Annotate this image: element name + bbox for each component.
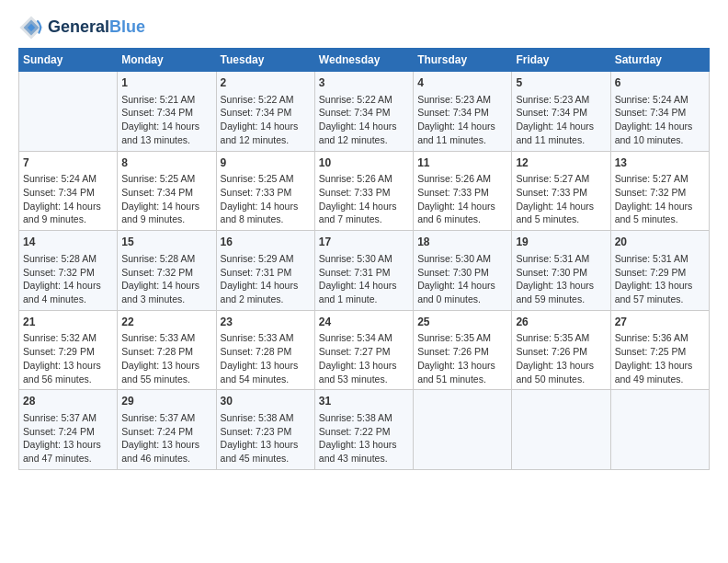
- day-cell: 25Sunrise: 5:35 AMSunset: 7:26 PMDayligh…: [414, 310, 512, 390]
- day-cell: 8Sunrise: 5:25 AMSunset: 7:34 PMDaylight…: [118, 151, 216, 231]
- day-cell: 2Sunrise: 5:22 AMSunset: 7:34 PMDaylight…: [216, 72, 314, 152]
- day-info: Sunrise: 5:33 AMSunset: 7:28 PMDaylight:…: [221, 331, 311, 385]
- col-header-monday: Monday: [118, 49, 216, 72]
- day-info: Sunrise: 5:23 AMSunset: 7:34 PMDaylight:…: [417, 93, 507, 147]
- date-number: 30: [221, 394, 311, 409]
- day-info: Sunrise: 5:23 AMSunset: 7:34 PMDaylight:…: [516, 93, 606, 147]
- header: GeneralBlue: [18, 15, 710, 40]
- col-header-thursday: Thursday: [414, 49, 512, 72]
- day-cell: [512, 390, 610, 470]
- day-info: Sunrise: 5:26 AMSunset: 7:33 PMDaylight:…: [319, 172, 409, 226]
- day-info: Sunrise: 5:32 AMSunset: 7:29 PMDaylight:…: [23, 331, 113, 385]
- logo-icon: [18, 15, 44, 40]
- col-header-wednesday: Wednesday: [314, 49, 413, 72]
- date-number: 16: [221, 235, 311, 250]
- week-row-1: 1Sunrise: 5:21 AMSunset: 7:34 PMDaylight…: [19, 72, 710, 152]
- date-number: 10: [319, 155, 409, 171]
- date-number: 29: [121, 394, 211, 409]
- date-number: 3: [319, 75, 409, 91]
- day-cell: 14Sunrise: 5:28 AMSunset: 7:32 PMDayligh…: [19, 231, 118, 311]
- day-info: Sunrise: 5:22 AMSunset: 7:34 PMDaylight:…: [221, 93, 311, 147]
- day-cell: 5Sunrise: 5:23 AMSunset: 7:34 PMDaylight…: [512, 72, 610, 152]
- date-number: 7: [23, 155, 113, 171]
- date-number: 21: [23, 315, 113, 330]
- week-row-4: 21Sunrise: 5:32 AMSunset: 7:29 PMDayligh…: [19, 310, 710, 390]
- day-cell: 17Sunrise: 5:30 AMSunset: 7:31 PMDayligh…: [314, 231, 413, 311]
- day-info: Sunrise: 5:38 AMSunset: 7:22 PMDaylight:…: [319, 411, 409, 465]
- date-number: 8: [121, 155, 211, 171]
- day-info: Sunrise: 5:27 AMSunset: 7:32 PMDaylight:…: [615, 172, 705, 226]
- date-number: 5: [516, 75, 606, 91]
- day-info: Sunrise: 5:25 AMSunset: 7:34 PMDaylight:…: [121, 172, 211, 226]
- day-info: Sunrise: 5:24 AMSunset: 7:34 PMDaylight:…: [615, 93, 705, 147]
- day-info: Sunrise: 5:37 AMSunset: 7:24 PMDaylight:…: [23, 411, 113, 465]
- day-info: Sunrise: 5:28 AMSunset: 7:32 PMDaylight:…: [23, 252, 113, 306]
- day-info: Sunrise: 5:33 AMSunset: 7:28 PMDaylight:…: [121, 331, 211, 385]
- logo: GeneralBlue: [18, 15, 145, 40]
- day-cell: 13Sunrise: 5:27 AMSunset: 7:32 PMDayligh…: [610, 151, 709, 231]
- date-number: 22: [121, 315, 211, 330]
- day-cell: 4Sunrise: 5:23 AMSunset: 7:34 PMDaylight…: [414, 72, 512, 152]
- day-info: Sunrise: 5:38 AMSunset: 7:23 PMDaylight:…: [221, 411, 311, 465]
- week-row-3: 14Sunrise: 5:28 AMSunset: 7:32 PMDayligh…: [19, 231, 710, 311]
- day-info: Sunrise: 5:24 AMSunset: 7:34 PMDaylight:…: [23, 172, 113, 226]
- day-cell: 11Sunrise: 5:26 AMSunset: 7:33 PMDayligh…: [414, 151, 512, 231]
- week-row-5: 28Sunrise: 5:37 AMSunset: 7:24 PMDayligh…: [19, 390, 710, 470]
- date-number: 11: [417, 155, 507, 171]
- day-info: Sunrise: 5:35 AMSunset: 7:26 PMDaylight:…: [516, 331, 606, 385]
- col-header-saturday: Saturday: [610, 49, 709, 72]
- date-number: 18: [417, 235, 507, 250]
- day-info: Sunrise: 5:25 AMSunset: 7:33 PMDaylight:…: [221, 172, 311, 226]
- day-cell: 29Sunrise: 5:37 AMSunset: 7:24 PMDayligh…: [118, 390, 216, 470]
- date-number: 6: [615, 75, 705, 91]
- day-cell: [610, 390, 709, 470]
- day-cell: 23Sunrise: 5:33 AMSunset: 7:28 PMDayligh…: [216, 310, 314, 390]
- day-info: Sunrise: 5:26 AMSunset: 7:33 PMDaylight:…: [417, 172, 507, 226]
- date-number: 20: [615, 235, 705, 250]
- day-cell: 22Sunrise: 5:33 AMSunset: 7:28 PMDayligh…: [118, 310, 216, 390]
- date-number: 4: [417, 75, 507, 91]
- date-number: 13: [615, 155, 705, 171]
- day-info: Sunrise: 5:27 AMSunset: 7:33 PMDaylight:…: [516, 172, 606, 226]
- date-number: 27: [615, 315, 705, 330]
- day-cell: 21Sunrise: 5:32 AMSunset: 7:29 PMDayligh…: [19, 310, 118, 390]
- day-info: Sunrise: 5:30 AMSunset: 7:30 PMDaylight:…: [417, 252, 507, 306]
- day-cell: 6Sunrise: 5:24 AMSunset: 7:34 PMDaylight…: [610, 72, 709, 152]
- day-info: Sunrise: 5:37 AMSunset: 7:24 PMDaylight:…: [121, 411, 211, 465]
- day-cell: 3Sunrise: 5:22 AMSunset: 7:34 PMDaylight…: [314, 72, 413, 152]
- day-info: Sunrise: 5:31 AMSunset: 7:29 PMDaylight:…: [615, 252, 705, 306]
- date-number: 15: [121, 235, 211, 250]
- date-number: 23: [221, 315, 311, 330]
- day-info: Sunrise: 5:35 AMSunset: 7:26 PMDaylight:…: [417, 331, 507, 385]
- day-cell: 18Sunrise: 5:30 AMSunset: 7:30 PMDayligh…: [414, 231, 512, 311]
- date-number: 31: [319, 394, 409, 409]
- header-row: SundayMondayTuesdayWednesdayThursdayFrid…: [19, 49, 710, 72]
- day-cell: 20Sunrise: 5:31 AMSunset: 7:29 PMDayligh…: [610, 231, 709, 311]
- date-number: 24: [319, 315, 409, 330]
- day-info: Sunrise: 5:36 AMSunset: 7:25 PMDaylight:…: [615, 331, 705, 385]
- day-cell: 1Sunrise: 5:21 AMSunset: 7:34 PMDaylight…: [118, 72, 216, 152]
- date-number: 1: [121, 75, 211, 91]
- day-cell: 30Sunrise: 5:38 AMSunset: 7:23 PMDayligh…: [216, 390, 314, 470]
- day-info: Sunrise: 5:22 AMSunset: 7:34 PMDaylight:…: [319, 93, 409, 147]
- day-cell: 24Sunrise: 5:34 AMSunset: 7:27 PMDayligh…: [314, 310, 413, 390]
- day-cell: 26Sunrise: 5:35 AMSunset: 7:26 PMDayligh…: [512, 310, 610, 390]
- week-row-2: 7Sunrise: 5:24 AMSunset: 7:34 PMDaylight…: [19, 151, 710, 231]
- day-cell: [414, 390, 512, 470]
- day-info: Sunrise: 5:30 AMSunset: 7:31 PMDaylight:…: [319, 252, 409, 306]
- logo-text: GeneralBlue: [48, 18, 145, 37]
- page: GeneralBlue SundayMondayTuesdayWednesday…: [0, 0, 728, 479]
- date-number: 19: [516, 235, 606, 250]
- date-number: 26: [516, 315, 606, 330]
- day-cell: 27Sunrise: 5:36 AMSunset: 7:25 PMDayligh…: [610, 310, 709, 390]
- day-cell: 19Sunrise: 5:31 AMSunset: 7:30 PMDayligh…: [512, 231, 610, 311]
- day-info: Sunrise: 5:34 AMSunset: 7:27 PMDaylight:…: [319, 331, 409, 385]
- day-cell: 7Sunrise: 5:24 AMSunset: 7:34 PMDaylight…: [19, 151, 118, 231]
- col-header-friday: Friday: [512, 49, 610, 72]
- date-number: 12: [516, 155, 606, 171]
- day-info: Sunrise: 5:29 AMSunset: 7:31 PMDaylight:…: [221, 252, 311, 306]
- day-cell: 16Sunrise: 5:29 AMSunset: 7:31 PMDayligh…: [216, 231, 314, 311]
- date-number: 14: [23, 235, 113, 250]
- day-cell: 12Sunrise: 5:27 AMSunset: 7:33 PMDayligh…: [512, 151, 610, 231]
- day-cell: 15Sunrise: 5:28 AMSunset: 7:32 PMDayligh…: [118, 231, 216, 311]
